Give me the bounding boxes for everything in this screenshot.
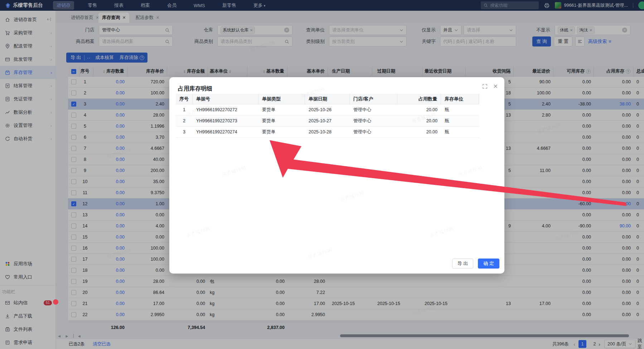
occupied-detail-table: 序号单据号单据类型单据日期门店/客户占用数量库存单位 1YH9966199227… xyxy=(176,94,479,138)
modal-cell-doc-index: 1 xyxy=(176,104,193,115)
fullscreen-icon[interactable] xyxy=(482,84,488,89)
modal-cell-doc-type: 要货单 xyxy=(258,115,305,126)
modal-cell-store-customer: 管理中心 xyxy=(350,104,397,115)
modal-cell-store-customer: 管理中心 xyxy=(350,115,397,126)
occupied-stock-modal: 占用库存明细 ✕ 序号单据号单据类型单据日期门店/客户占用数量库存单位 1YH9… xyxy=(169,77,504,274)
modal-cell-doc-no: YH99661992270273 xyxy=(193,115,258,126)
modal-cell-store-customer: 管理中心 xyxy=(350,127,397,137)
modal-header-store-customer: 门店/客户 xyxy=(350,94,397,104)
modal-cell-doc-index: 3 xyxy=(176,127,193,137)
modal-cell-doc-date: 2025-10-26 xyxy=(305,104,350,115)
modal-header-doc-type: 单据类型 xyxy=(258,94,305,104)
modal-cell-occupied-qty: 20.00 xyxy=(397,104,441,115)
modal-cell-doc-date: 2025-10-27 xyxy=(305,115,350,126)
modal-table-row: 3YH99661992270274要货单2025-10-28管理中心20.00瓶 xyxy=(176,127,479,138)
modal-cell-doc-no: YH99661992270274 xyxy=(193,127,258,137)
modal-cell-occupied-qty: 20.00 xyxy=(397,127,441,137)
modal-header-doc-index: 序号 xyxy=(176,94,193,104)
modal-cell-doc-no: YH99661992270272 xyxy=(193,104,258,115)
modal-table-row: 2YH99661992270273要货单2025-10-27管理中心20.00瓶 xyxy=(176,115,479,127)
modal-ok-button[interactable]: 确 定 xyxy=(478,259,499,269)
modal-header-stock-unit: 库存单位 xyxy=(441,94,479,104)
modal-cell-doc-index: 2 xyxy=(176,115,193,126)
modal-cell-doc-date: 2025-10-28 xyxy=(305,127,350,137)
modal-cell-doc-type: 要货单 xyxy=(258,127,305,137)
modal-cell-stock-unit: 瓶 xyxy=(441,104,479,115)
modal-header-doc-date: 单据日期 xyxy=(305,94,350,104)
modal-header-occupied-qty: 占用数量 xyxy=(397,94,441,104)
modal-cell-stock-unit: 瓶 xyxy=(441,115,479,126)
modal-header-doc-no: 单据号 xyxy=(193,94,258,104)
close-icon[interactable]: ✕ xyxy=(493,83,498,90)
floating-red-handle[interactable] xyxy=(53,299,58,305)
modal-table-row: 1YH99661992270272要货单2025-10-26管理中心20.00瓶 xyxy=(176,104,479,115)
modal-cell-occupied-qty: 20.00 xyxy=(397,115,441,126)
modal-cell-doc-type: 要货单 xyxy=(258,104,305,115)
modal-title: 占用库存明细 xyxy=(178,85,212,93)
modal-cell-stock-unit: 瓶 xyxy=(441,127,479,137)
modal-export-button[interactable]: 导 出 xyxy=(452,259,474,269)
